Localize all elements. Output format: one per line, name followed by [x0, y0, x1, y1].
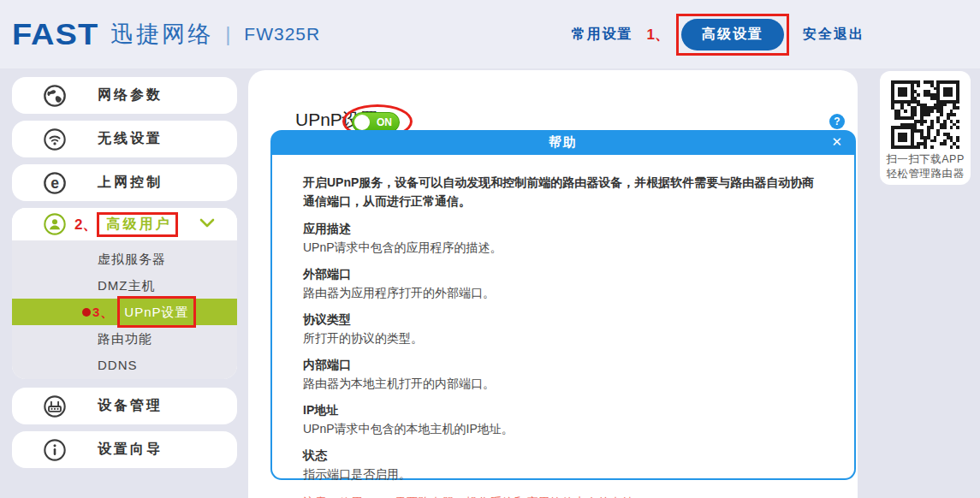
sidebar-item-advanced-user[interactable]: 2、 高级用户	[12, 208, 237, 240]
help-term: 外部端口	[303, 267, 823, 282]
annotation-dot	[82, 308, 91, 317]
internet-e-icon: e	[43, 171, 67, 195]
help-desc: 路由器为本地主机打开的内部端口。	[303, 376, 823, 392]
annotation-box-upnp: UPnP设置	[117, 296, 195, 328]
fast-logo: FAST	[12, 17, 98, 51]
info-icon	[43, 438, 67, 462]
help-desc: UPnP请求中包含的应用程序的描述。	[303, 240, 823, 256]
help-term: 协议类型	[303, 312, 823, 328]
close-icon[interactable]: ✕	[831, 134, 842, 150]
help-desc: 路由器为应用程序打开的外部端口。	[303, 286, 823, 301]
submenu-item-dmz[interactable]: DMZ主机	[12, 272, 237, 299]
submenu-item-routing[interactable]: 路由功能	[12, 325, 237, 352]
router-model: FW325R	[244, 24, 320, 44]
annotation-box-advanced: 高级设置	[676, 14, 789, 56]
annotation-step-1: 1、	[647, 25, 669, 44]
help-icon[interactable]: ?	[829, 114, 845, 129]
qr-caption-line2: 轻松管理路由器	[880, 167, 971, 181]
main-content: UPnP设置 ON ? 帮助 ✕ 开启UPnP服务，设备可以自动发现和控制前端的…	[248, 70, 858, 498]
help-desc: 指示端口是否启用。	[303, 467, 823, 483]
sidebar-item-access-control[interactable]: e 上网控制	[12, 164, 237, 201]
sidebar-label-setup-wizard: 设置向导	[98, 441, 163, 459]
sidebar-label-access-control: 上网控制	[98, 174, 163, 192]
router-icon	[43, 394, 67, 418]
wifi-icon	[43, 127, 67, 151]
tab-common-settings[interactable]: 常用设置	[572, 26, 633, 44]
annotation-step-2: 2、	[74, 215, 97, 234]
help-intro: 开启UPnP服务，设备可以自动发现和控制前端的路由器设备，并根据软件需要与路由器…	[303, 174, 823, 210]
top-navigation: 常用设置 1、 高级设置 安全退出	[572, 0, 864, 68]
sidebar-label-device-management: 设备管理	[98, 397, 163, 415]
sidebar-item-wireless[interactable]: 无线设置	[12, 121, 237, 157]
submenu-item-virtual-server[interactable]: 虚拟服务器	[12, 246, 237, 272]
help-term: IP地址	[303, 403, 823, 418]
sidebar-label-wireless: 无线设置	[98, 130, 163, 148]
brand-name: 迅捷网络	[110, 19, 213, 50]
app-download-card: 扫一扫下载APP 轻松管理路由器	[880, 71, 971, 185]
brand-separator: |	[225, 22, 230, 46]
help-term: 内部端口	[303, 358, 823, 373]
annotation-box-advanced-user: 高级用户	[97, 212, 178, 237]
qr-caption-line1: 扫一扫下载APP	[880, 152, 971, 167]
annotation-step-3: 3、	[92, 299, 114, 325]
help-dialog-header: 帮助 ✕	[270, 130, 856, 155]
help-dialog-body: 开启UPnP服务，设备可以自动发现和控制前端的路由器设备，并根据软件需要与路由器…	[270, 155, 856, 480]
sidebar-label-advanced-user: 高级用户	[106, 216, 171, 231]
advanced-user-submenu: 虚拟服务器 DMZ主机 3、 UPnP设置 路由功能 DDNS	[12, 240, 237, 379]
top-bar: FAST 迅捷网络 | FW325R 常用设置 1、 高级设置 安全退出	[0, 0, 980, 68]
help-term: 状态	[303, 448, 823, 464]
qr-code	[891, 80, 959, 149]
brand: FAST 迅捷网络 | FW325R	[12, 0, 320, 68]
help-dialog-title: 帮助	[549, 134, 578, 151]
help-desc: UPnP请求中包含的本地主机的IP地址。	[303, 422, 823, 437]
chevron-down-icon	[199, 218, 215, 228]
sidebar-item-setup-wizard[interactable]: 设置向导	[12, 431, 237, 468]
submenu-item-ddns[interactable]: DDNS	[12, 352, 237, 378]
user-icon	[43, 212, 67, 236]
help-term: 应用描述	[303, 222, 823, 237]
submenu-item-upnp[interactable]: 3、 UPnP设置	[12, 299, 237, 325]
logout-link[interactable]: 安全退出	[803, 26, 864, 44]
sidebar-item-device-management[interactable]: 设备管理	[12, 388, 237, 424]
tab-advanced-settings[interactable]: 高级设置	[681, 19, 784, 50]
globe-icon	[43, 84, 67, 108]
sidebar-group-advanced-user: 2、 高级用户 虚拟服务器 DMZ主机 3、 UPnP设置 路由功能 DDNS	[12, 208, 237, 379]
svg-text:e: e	[50, 174, 59, 191]
sidebar-label-network: 网络参数	[98, 86, 163, 104]
help-dialog: 帮助 ✕ 开启UPnP服务，设备可以自动发现和控制前端的路由器设备，并根据软件需…	[270, 130, 856, 480]
sidebar-item-network[interactable]: 网络参数	[12, 77, 237, 114]
help-desc: 所打开的协议的类型。	[303, 331, 823, 347]
